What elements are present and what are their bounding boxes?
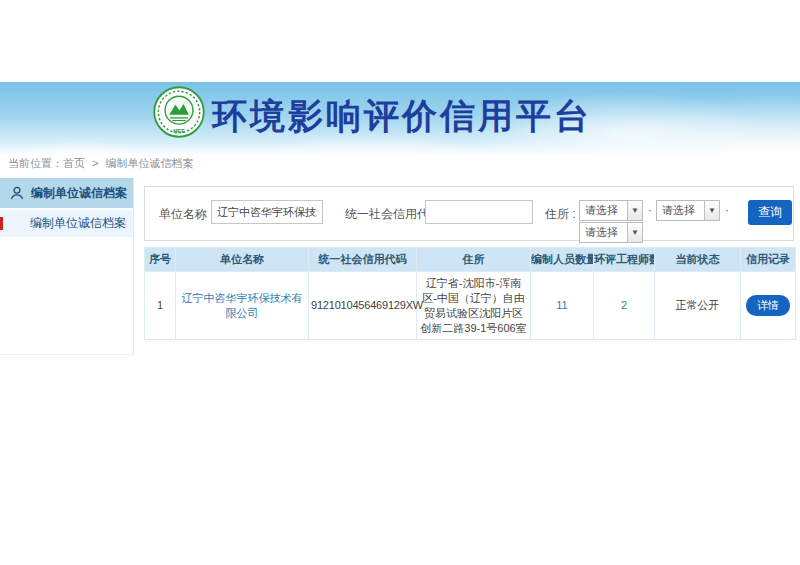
col-header-status: 当前状态: [655, 248, 741, 272]
cell-credit-code: 9121010456469129XW: [309, 272, 417, 340]
page: MEE 环境影响评价信用平台 当前位置：首页 > 编制单位诚信档案 编制单位诚信…: [0, 0, 800, 565]
sidebar-header-label: 编制单位诚信档案: [31, 185, 127, 202]
city-select[interactable]: 请选择 ▼: [656, 200, 720, 221]
company-name-link[interactable]: 辽宁中咨华宇环保技术有限公司: [182, 292, 303, 319]
province-select-value: 请选择: [580, 201, 627, 220]
cell-address: 辽宁省-沈阳市-浑南区-中国（辽宁）自由贸易试验区沈阳片区创新二路39-1号60…: [417, 272, 531, 340]
detail-button[interactable]: 详情: [746, 295, 790, 316]
breadcrumb: 当前位置：首页 > 编制单位诚信档案: [8, 156, 194, 171]
table-header-row: 序号 单位名称 统一社会信用代码 住所 编制人员数量 环评工程师数量 当前状态 …: [145, 248, 796, 272]
col-header-record: 信用记录: [741, 248, 796, 272]
chevron-down-icon[interactable]: ▼: [627, 201, 642, 220]
chevron-down-icon[interactable]: ▼: [704, 201, 719, 220]
district-select[interactable]: 请选择 ▼: [579, 222, 643, 243]
mee-logo-icon: MEE: [152, 85, 206, 139]
staff-count-link[interactable]: 11: [556, 299, 567, 311]
address-separator-1: ·: [648, 203, 652, 217]
user-icon: [10, 186, 24, 200]
sidebar: 编制单位诚信档案 编制单位诚信档案: [0, 178, 134, 355]
col-header-seq: 序号: [145, 248, 176, 272]
breadcrumb-home-link[interactable]: 首页: [63, 157, 85, 169]
active-marker: [0, 217, 3, 230]
address-label: 住所 :: [545, 206, 576, 223]
chevron-down-icon[interactable]: ▼: [627, 223, 642, 242]
breadcrumb-label: 当前位置：: [8, 157, 63, 169]
province-select[interactable]: 请选择 ▼: [579, 200, 643, 221]
col-header-credit-code: 统一社会信用代码: [309, 248, 417, 272]
district-select-value: 请选择: [580, 223, 627, 242]
header-banner: MEE 环境影响评价信用平台: [0, 82, 800, 156]
col-header-staff-count: 编制人员数量: [531, 248, 594, 272]
search-button[interactable]: 查询: [748, 200, 792, 225]
logo-text: MEE: [173, 128, 185, 134]
address-separator-2: ·: [725, 203, 729, 217]
cell-status: 正常公开: [655, 272, 741, 340]
cell-seq: 1: [145, 272, 176, 340]
sidebar-header: 编制单位诚信档案: [0, 178, 133, 208]
engineer-count-link[interactable]: 2: [621, 299, 627, 311]
sidebar-item-label: 编制单位诚信档案: [30, 215, 126, 232]
col-header-address: 住所: [417, 248, 531, 272]
col-header-engineer-count: 环评工程师数量: [594, 248, 655, 272]
breadcrumb-current: 编制单位诚信档案: [106, 157, 194, 169]
unit-name-input[interactable]: [211, 200, 323, 224]
unit-name-label: 单位名称 :: [159, 206, 214, 223]
site-title: 环境影响评价信用平台: [212, 93, 592, 140]
table-row: 1 辽宁中咨华宇环保技术有限公司 9121010456469129XW 辽宁省-…: [145, 272, 796, 340]
breadcrumb-separator: >: [92, 157, 98, 169]
col-header-name: 单位名称: [176, 248, 309, 272]
search-panel: 单位名称 : 统一社会信用代码 : 住所 : 请选择 ▼ · 请选择 ▼ · 请…: [144, 186, 794, 241]
sidebar-item-archive[interactable]: 编制单位诚信档案: [0, 208, 133, 237]
city-select-value: 请选择: [657, 201, 704, 220]
result-table: 序号 单位名称 统一社会信用代码 住所 编制人员数量 环评工程师数量 当前状态 …: [144, 247, 796, 340]
credit-code-input[interactable]: [425, 200, 533, 224]
